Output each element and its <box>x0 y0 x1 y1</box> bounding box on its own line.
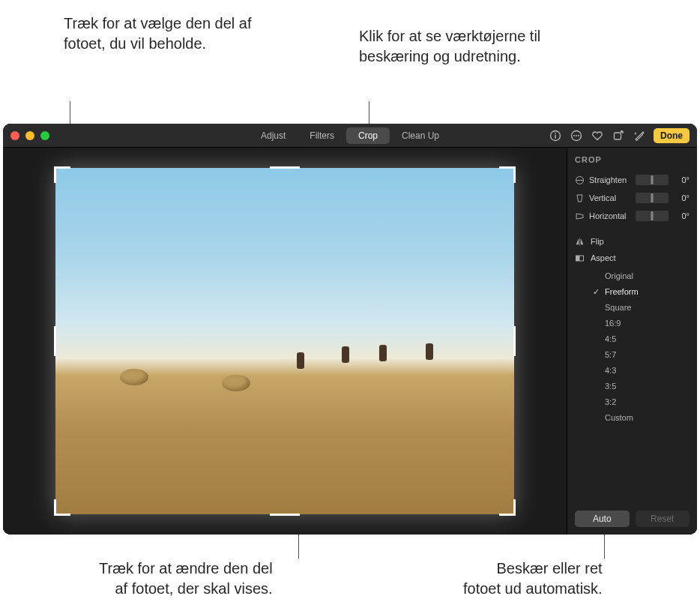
aspect-freeform[interactable]: ✓Freeform <box>590 285 690 298</box>
toolbar-right: Done <box>549 128 690 143</box>
svg-point-6 <box>578 135 579 136</box>
close-button[interactable] <box>10 131 19 140</box>
callout-crop-drag: Træk for at vælge den del af fotoet, du … <box>64 13 259 54</box>
crop-handle-br[interactable] <box>499 499 516 516</box>
photo-detail <box>297 352 304 369</box>
edit-mode-tabs: Adjust Filters Crop Clean Up <box>249 124 451 147</box>
vertical-slider[interactable] <box>636 193 669 203</box>
aspect-4-5[interactable]: 4:5 <box>590 332 690 346</box>
svg-rect-1 <box>555 134 555 138</box>
straighten-row: Straighten 0° <box>575 173 690 187</box>
crop-handle-top[interactable] <box>270 166 300 169</box>
aspect-option-label: Custom <box>605 413 633 422</box>
done-button[interactable]: Done <box>654 128 690 143</box>
crop-frame[interactable] <box>55 168 514 514</box>
aspect-option-label: Freeform <box>605 287 639 296</box>
callout-crop-tools: Klik for at se værktøjerne til beskæring… <box>359 26 584 67</box>
callout-crop-resize: Træk for at ændre den delaf fotoet, der … <box>99 559 273 599</box>
photo-detail <box>222 375 250 391</box>
photo-preview[interactable] <box>55 168 514 514</box>
zoom-button[interactable] <box>40 131 49 140</box>
horizontal-label: Horizontal <box>589 211 631 220</box>
callout-auto-crop: Beskær eller retfotoet ud automatisk. <box>463 559 603 599</box>
vertical-label: Vertical <box>589 193 631 202</box>
crop-sidebar: CROP Straighten 0° Vertical 0° <box>567 148 697 535</box>
tab-adjust[interactable]: Adjust <box>249 127 298 144</box>
aspect-option-label: 3:2 <box>605 397 616 406</box>
straighten-value: 0° <box>673 175 690 184</box>
tab-cleanup[interactable]: Clean Up <box>390 127 451 144</box>
crop-handle-bottom[interactable] <box>270 514 300 516</box>
aspect-option-label: 4:3 <box>605 366 616 375</box>
svg-point-4 <box>573 135 575 136</box>
aspect-option-label: 4:5 <box>605 334 616 343</box>
aspect-original[interactable]: Original <box>590 269 690 283</box>
aspect-label: Aspect <box>591 253 616 262</box>
svg-rect-7 <box>615 133 621 139</box>
vertical-perspective-icon <box>575 193 585 203</box>
vertical-row: Vertical 0° <box>575 191 690 205</box>
horizontal-value: 0° <box>673 211 690 220</box>
horizontal-slider[interactable] <box>636 211 669 221</box>
aspect-square[interactable]: Square <box>590 301 690 314</box>
flip-label: Flip <box>591 237 604 246</box>
reset-button: Reset <box>636 511 690 527</box>
tab-crop[interactable]: Crop <box>346 127 390 144</box>
editor-body: CROP Straighten 0° Vertical 0° <box>3 148 697 535</box>
sidebar-title: CROP <box>575 155 690 164</box>
flip-button[interactable]: Flip <box>575 233 690 250</box>
crop-handle-right[interactable] <box>513 326 516 356</box>
aspect-option-label: Square <box>605 303 631 312</box>
crop-handle-tl[interactable] <box>54 166 70 183</box>
aspect-4-3[interactable]: 4:3 <box>590 364 690 377</box>
aspect-16-9[interactable]: 16:9 <box>590 316 690 330</box>
sidebar-footer: Auto Reset <box>575 511 690 527</box>
aspect-option-label: 16:9 <box>605 319 621 328</box>
vertical-value: 0° <box>673 193 690 202</box>
straighten-slider[interactable] <box>636 175 669 185</box>
photo-detail <box>379 345 387 361</box>
aspect-custom[interactable]: Custom <box>590 411 690 424</box>
aspect-3-5[interactable]: 3:5 <box>590 379 690 393</box>
auto-button[interactable]: Auto <box>575 511 630 527</box>
photo-detail <box>342 346 349 363</box>
aspect-option-label: 5:7 <box>605 350 616 359</box>
svg-point-2 <box>555 132 556 133</box>
aspect-list: Original ✓Freeform Square 16:9 4:5 5:7 4… <box>590 269 690 424</box>
horizontal-row: Horizontal 0° <box>575 209 690 223</box>
titlebar: Adjust Filters Crop Clean Up Done <box>3 124 697 148</box>
photo-detail <box>426 343 433 360</box>
photos-edit-window: Adjust Filters Crop Clean Up Done <box>3 124 697 535</box>
window-controls <box>10 131 49 140</box>
horizontal-perspective-icon <box>575 211 585 221</box>
svg-point-5 <box>576 135 577 136</box>
aspect-option-label: 3:5 <box>605 382 616 391</box>
enhance-icon[interactable] <box>633 129 646 142</box>
minimize-button[interactable] <box>25 131 34 140</box>
crop-handle-tr[interactable] <box>499 166 516 183</box>
canvas-area <box>3 148 567 535</box>
crop-handle-left[interactable] <box>54 326 56 356</box>
crop-handle-bl[interactable] <box>54 499 70 516</box>
svg-rect-10 <box>576 256 580 261</box>
straighten-icon <box>575 175 585 185</box>
aspect-3-2[interactable]: 3:2 <box>590 395 690 409</box>
photo-detail <box>120 369 148 385</box>
more-icon[interactable] <box>570 129 583 142</box>
info-icon[interactable] <box>549 129 562 142</box>
aspect-header[interactable]: Aspect <box>575 250 690 266</box>
add-to-icon[interactable] <box>612 129 625 142</box>
aspect-5-7[interactable]: 5:7 <box>590 348 690 361</box>
favorite-icon[interactable] <box>591 129 604 142</box>
aspect-option-label: Original <box>605 271 633 280</box>
tab-filters[interactable]: Filters <box>298 127 346 144</box>
straighten-label: Straighten <box>589 175 631 184</box>
